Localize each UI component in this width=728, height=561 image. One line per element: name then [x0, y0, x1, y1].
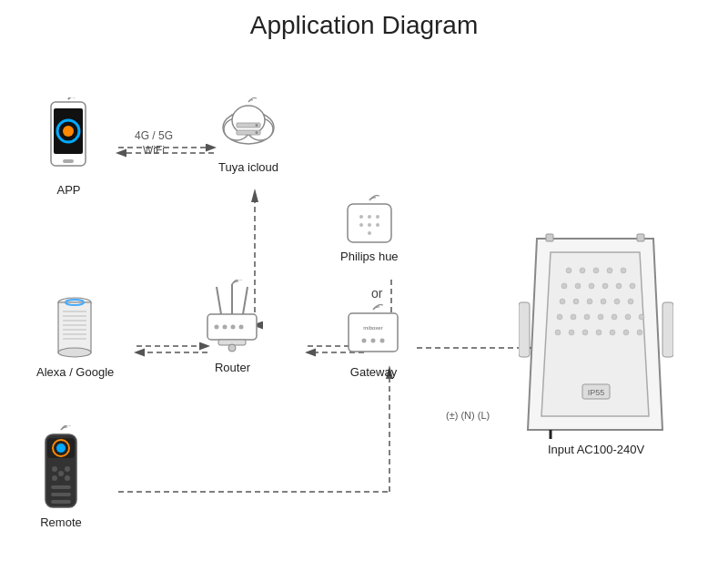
remote-label: Remote	[40, 515, 82, 529]
svg-point-54	[65, 475, 70, 481]
connection-label-4g: 4G / 5GWiFi	[135, 129, 173, 158]
tuya-node: Tuya icloud	[217, 93, 280, 174]
svg-rect-42	[349, 313, 398, 352]
app-icon	[44, 97, 94, 179]
svg-point-73	[573, 299, 579, 304]
app-label: APP	[56, 183, 80, 197]
svg-line-26	[243, 287, 248, 314]
svg-rect-94	[519, 302, 530, 357]
svg-point-90	[623, 330, 629, 335]
svg-point-51	[52, 466, 57, 472]
svg-point-31	[239, 325, 244, 330]
svg-rect-56	[51, 485, 71, 489]
svg-point-38	[359, 223, 363, 227]
tuya-label: Tuya icloud	[218, 160, 278, 174]
router-icon	[198, 280, 267, 357]
svg-point-84	[639, 314, 644, 320]
svg-rect-4	[63, 159, 74, 163]
svg-point-36	[368, 215, 371, 219]
svg-point-15	[58, 348, 91, 357]
svg-point-50	[56, 444, 66, 453]
svg-point-74	[587, 299, 592, 304]
svg-point-79	[571, 314, 576, 320]
svg-point-33	[228, 344, 236, 352]
gateway-node: miboxer Gateway	[344, 302, 403, 379]
svg-point-35	[359, 215, 363, 219]
svg-point-63	[593, 268, 599, 273]
svg-point-72	[560, 299, 565, 304]
svg-point-75	[601, 299, 606, 304]
floodlight-label: Input AC100-240V	[548, 443, 644, 456]
svg-point-62	[580, 268, 585, 273]
svg-point-71	[630, 283, 635, 289]
svg-rect-95	[662, 302, 673, 357]
svg-text:miboxer: miboxer	[363, 325, 382, 331]
svg-point-68	[589, 283, 594, 289]
app-node: APP	[44, 97, 94, 197]
svg-point-88	[596, 330, 602, 335]
svg-point-76	[614, 299, 620, 304]
svg-rect-14	[58, 302, 91, 352]
router-label: Router	[215, 361, 250, 374]
alexa-icon	[50, 289, 100, 362]
router-node: Router	[198, 280, 267, 374]
svg-point-41	[368, 231, 371, 235]
svg-point-89	[610, 330, 615, 335]
tuya-router-arrow-up	[251, 189, 258, 202]
svg-point-70	[616, 283, 622, 289]
svg-point-86	[569, 330, 574, 335]
alexa-label: Alexa / Google	[36, 365, 114, 379]
svg-point-39	[368, 223, 371, 227]
page-title: Application Diagram	[0, 0, 728, 47]
svg-point-78	[557, 314, 562, 320]
svg-point-91	[637, 330, 642, 335]
svg-point-85	[555, 330, 561, 335]
philips-label: Philips hue	[340, 250, 399, 263]
svg-point-53	[52, 475, 57, 481]
svg-point-12	[256, 131, 258, 134]
svg-point-37	[376, 215, 379, 219]
svg-rect-97	[637, 234, 644, 241]
svg-point-67	[575, 283, 581, 289]
tuya-icon	[217, 93, 280, 157]
svg-rect-96	[546, 234, 553, 241]
svg-point-44	[362, 339, 367, 343]
svg-point-61	[566, 268, 571, 273]
remote-node: Remote	[38, 425, 84, 529]
svg-point-29	[223, 325, 228, 330]
diagram-area: Tuya icloud (horizontal dashed, bidirect…	[0, 47, 728, 561]
svg-line-24	[217, 287, 221, 314]
svg-point-65	[621, 268, 626, 273]
gateway-label: Gateway	[350, 365, 397, 379]
svg-point-81	[598, 314, 603, 320]
floodlight-node: IP55 (±) (N) (L) Input AC100-240V	[519, 230, 673, 456]
svg-point-87	[582, 330, 588, 335]
gateway-icon: miboxer	[344, 302, 403, 362]
svg-point-66	[561, 283, 567, 289]
svg-point-83	[625, 314, 631, 320]
svg-point-45	[371, 339, 376, 343]
floodlight-icon: IP55	[519, 230, 673, 439]
svg-point-82	[612, 314, 617, 320]
svg-point-69	[602, 283, 608, 289]
svg-point-40	[376, 223, 379, 227]
terminal-label: (±) (N) (L)	[446, 410, 490, 421]
svg-rect-57	[51, 493, 71, 496]
philips-icon	[343, 193, 396, 246]
svg-point-64	[607, 268, 612, 273]
alexa-node: Alexa / Google	[36, 289, 114, 379]
svg-point-3	[63, 126, 74, 137]
svg-point-46	[380, 339, 385, 343]
svg-point-30	[231, 325, 236, 330]
svg-point-80	[584, 314, 590, 320]
remote-icon	[38, 425, 84, 512]
svg-point-55	[58, 471, 64, 476]
svg-point-77	[628, 299, 633, 304]
philips-node: Philips hue	[340, 193, 399, 263]
svg-point-28	[215, 325, 219, 330]
svg-text:IP55: IP55	[588, 388, 605, 397]
svg-point-11	[256, 124, 258, 127]
svg-point-52	[65, 466, 70, 472]
svg-rect-58	[51, 500, 71, 504]
or-label: or	[371, 286, 382, 301]
